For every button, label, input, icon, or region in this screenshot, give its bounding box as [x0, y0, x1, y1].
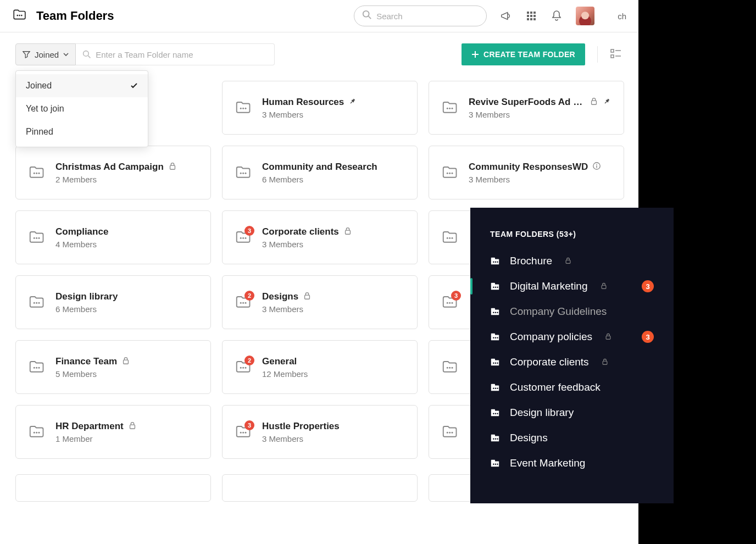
folder-card[interactable]: Christmas Ad Campaign2 Members — [15, 146, 211, 199]
folder-members: 3 Members — [469, 175, 601, 184]
side-panel-heading: TEAM FOLDERS (53+) — [470, 230, 674, 248]
lock-icon — [128, 421, 137, 432]
lock-icon — [121, 356, 130, 367]
folder-title: Community and Research — [262, 162, 377, 173]
folder-members: 6 Members — [55, 304, 118, 314]
search-icon — [362, 10, 372, 22]
create-button-label: CREATE TEAM FOLDER — [483, 50, 575, 59]
folder-card[interactable]: 3Corporate clients3 Members — [222, 210, 418, 264]
filter-option[interactable]: Yet to join — [16, 97, 148, 120]
side-folder-label: Digital Marketing — [510, 280, 588, 292]
filter-option[interactable]: Joined — [16, 74, 148, 97]
search-icon — [82, 50, 91, 59]
side-folder-label: Designs — [510, 432, 548, 444]
folder-icon — [441, 359, 458, 375]
filter-dropdown-button[interactable]: Joined — [15, 43, 76, 65]
global-search[interactable] — [354, 5, 487, 26]
create-team-folder-button[interactable]: CREATE TEAM FOLDER — [462, 43, 585, 65]
svg-rect-18 — [530, 15, 532, 17]
svg-rect-14 — [527, 12, 529, 14]
folder-icon — [28, 359, 45, 375]
folder-card[interactable]: Design library6 Members — [15, 275, 211, 329]
svg-point-23 — [84, 51, 89, 57]
side-folder-item[interactable]: Company Guidelines — [470, 299, 674, 324]
lock-icon — [343, 226, 352, 237]
svg-rect-16 — [533, 12, 536, 14]
folder-card[interactable]: 3Hustle Properties3 Members — [222, 405, 418, 459]
folder-icon — [490, 332, 500, 342]
svg-line-13 — [369, 16, 371, 19]
toolbar-divider — [597, 46, 598, 63]
side-folder-item[interactable]: Digital Marketing3 — [470, 274, 674, 299]
folder-title: General — [262, 356, 297, 367]
folder-card[interactable]: Compliance4 Members — [15, 210, 211, 264]
folder-icon — [490, 307, 500, 317]
user-avatar[interactable] — [576, 7, 594, 25]
folder-card[interactable]: 2Designs3 Members — [222, 275, 418, 329]
folder-icon — [28, 424, 45, 440]
folder-card[interactable]: 2General12 Members — [222, 340, 418, 394]
filter-icon — [23, 51, 30, 58]
side-folder-item[interactable]: Corporate clients — [470, 349, 674, 375]
folder-members: 1 Member — [55, 434, 137, 443]
folder-name-search[interactable] — [76, 43, 275, 65]
folder-members: 2 Members — [55, 175, 177, 184]
notification-badge: 3 — [244, 226, 254, 236]
folder-title: Human Resources — [262, 97, 344, 108]
notification-badge: 3 — [451, 291, 461, 301]
filter-dropdown-menu: JoinedYet to joinPinned — [15, 70, 148, 147]
folder-title: Hustle Properties — [262, 421, 340, 432]
folder-members: 3 Members — [262, 110, 357, 119]
team-folders-side-panel: TEAM FOLDERS (53+) BrochureDigital Marke… — [470, 208, 674, 503]
folder-title: HR Department — [55, 421, 124, 432]
apps-grid-icon[interactable] — [525, 10, 537, 22]
side-folder-label: Event Marketing — [510, 457, 585, 469]
folder-icon — [490, 357, 500, 367]
folder-title: Compliance — [55, 226, 108, 237]
folder-members: 5 Members — [55, 369, 130, 379]
notification-badge: 3 — [642, 280, 654, 292]
lock-icon — [168, 162, 177, 173]
megaphone-icon[interactable] — [500, 10, 512, 22]
folder-card[interactable] — [222, 474, 418, 502]
folder-name-input[interactable] — [96, 50, 268, 59]
app-header: Team Folders ch — [0, 0, 638, 32]
folder-card[interactable]: Community and Research6 Members — [222, 146, 418, 199]
svg-rect-22 — [533, 18, 536, 20]
view-toggle-icon[interactable] — [610, 48, 623, 61]
side-folder-item[interactable]: Company policies3 — [470, 324, 674, 349]
chevron-down-icon — [63, 52, 69, 57]
side-folder-label: Company policies — [510, 331, 592, 343]
side-folder-item[interactable]: Design library — [470, 400, 674, 425]
global-search-input[interactable] — [376, 12, 481, 21]
folder-members: 4 Members — [55, 240, 108, 249]
folder-card[interactable]: HR Department1 Member — [15, 405, 211, 459]
folder-card[interactable]: Revive SuperFoods Ad C…3 Members — [429, 81, 624, 135]
app-folder-icon — [12, 8, 26, 24]
side-folder-item[interactable]: Customer feedback — [470, 375, 674, 400]
folder-card[interactable]: Finance Team5 Members — [15, 340, 211, 394]
folder-card[interactable]: Human Resources3 Members — [222, 81, 418, 135]
folder-card[interactable] — [15, 474, 211, 502]
folder-members: 3 Members — [262, 240, 352, 249]
svg-line-24 — [88, 55, 91, 58]
folder-icon — [490, 408, 500, 418]
folder-icon — [490, 382, 500, 392]
pin-icon — [348, 97, 357, 108]
filter-option[interactable]: Pinned — [16, 120, 148, 143]
bell-icon[interactable] — [551, 10, 563, 22]
folder-card[interactable]: Community ResponsesWD3 Members — [429, 146, 624, 199]
folder-title: Corporate clients — [262, 226, 339, 237]
notification-badge: 3 — [642, 331, 654, 343]
side-folder-item[interactable]: Event Marketing — [470, 451, 674, 476]
svg-rect-19 — [533, 15, 536, 17]
folder-icon — [490, 281, 500, 291]
side-folder-item[interactable]: Brochure — [470, 248, 674, 274]
folder-icon — [490, 256, 500, 266]
side-folder-item[interactable]: Designs — [470, 425, 674, 451]
folder-icon — [490, 458, 500, 468]
plus-icon — [471, 51, 479, 58]
folder-members: 3 Members — [262, 304, 312, 314]
side-folder-label: Brochure — [510, 255, 552, 267]
folder-title: Community ResponsesWD — [469, 162, 588, 173]
